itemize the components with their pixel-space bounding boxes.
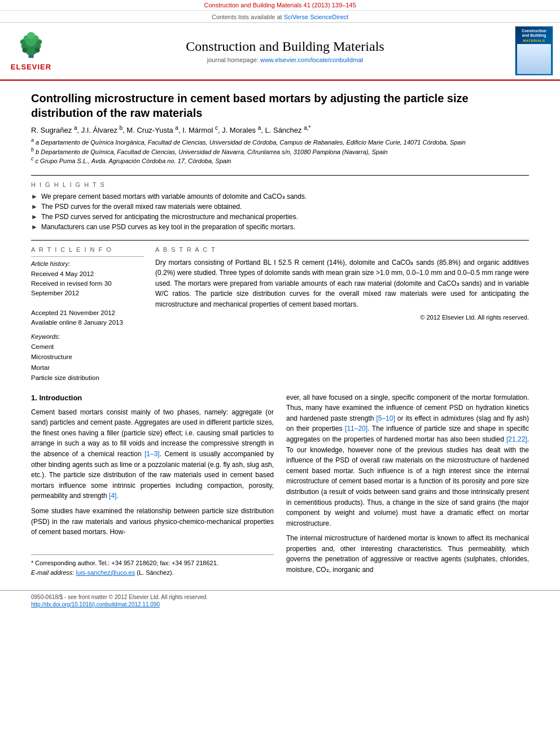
abstract-text: Dry mortars consisting of Portland BL I … xyxy=(155,257,529,310)
info-abstract-cols: A R T I C L E I N F O Article history: R… xyxy=(31,246,529,383)
elsevier-tree-icon xyxy=(14,30,48,62)
abstract-heading: A B S T R A C T xyxy=(155,246,529,253)
svg-point-11 xyxy=(34,47,40,53)
article-info-heading: A R T I C L E I N F O xyxy=(31,246,144,253)
arrow-icon-4: ► xyxy=(31,223,38,231)
arrow-icon-1: ► xyxy=(31,193,38,200)
intro-section-title: 1. Introduction xyxy=(31,392,274,404)
highlight-4: ► Manufacturers can use PSD curves as ke… xyxy=(31,223,529,231)
cover-subtitle: MATERIALS xyxy=(523,39,545,42)
keyword-1: Cement xyxy=(31,342,144,352)
contents-line: Contents lists available at SciVerse Sci… xyxy=(0,11,560,22)
journal-banner: ELSEVIER Construction and Building Mater… xyxy=(0,22,560,80)
main-content: Controlling microstructure in cement bas… xyxy=(0,81,560,590)
copyright-line: © 2012 Elsevier Ltd. All rights reserved… xyxy=(155,314,529,321)
body-cols: 1. Introduction Cement based mortars con… xyxy=(31,392,529,580)
keywords-heading: Keywords: xyxy=(31,333,144,340)
keywords-section: Keywords: Cement Microstructure Mortar P… xyxy=(31,333,144,383)
authors: R. Sugrañez a, J.I. Álvarez b, M. Cruz-Y… xyxy=(31,126,529,134)
abstract-col: A B S T R A C T Dry mortars consisting o… xyxy=(155,246,529,383)
affiliations: a a Departamento de Química Inorgánica, … xyxy=(31,138,529,166)
svg-point-10 xyxy=(22,47,27,53)
highlight-3: ► The PSD curves served for anticipating… xyxy=(31,213,529,221)
history-label: Article history: xyxy=(31,260,144,267)
ref-link-11-20[interactable]: [11–20] xyxy=(345,425,368,433)
article-title: Controlling microstructure in cement bas… xyxy=(31,91,529,120)
intro-right-para-2: The internal microstructure of hardened … xyxy=(286,533,529,575)
journal-center: Construction and Building Materials jour… xyxy=(56,39,514,63)
page-footer: 0950-0618/$ - see front matter © 2012 El… xyxy=(0,590,560,611)
homepage-url[interactable]: www.elsevier.com/locate/conbuildmat xyxy=(260,56,363,63)
keyword-2: Microstructure xyxy=(31,352,144,362)
journal-header: Contents lists available at SciVerse Sci… xyxy=(0,11,560,81)
received-text: Received 4 May 2012 Received in revised … xyxy=(31,269,144,328)
footer-copyright: 0950-0618/$ - see front matter © 2012 El… xyxy=(31,594,529,600)
intro-para-2: Some studies have examined the relations… xyxy=(31,506,274,538)
divider-info xyxy=(31,240,529,241)
sciverse-link[interactable]: SciVerse ScienceDirect xyxy=(284,14,348,20)
body-col-right: ever, all have focused on a single, spec… xyxy=(286,392,529,580)
svg-point-7 xyxy=(27,32,36,40)
journal-cover: Constructionand Building MATERIALS xyxy=(514,26,554,76)
cover-title: Constructionand Building xyxy=(522,29,546,38)
highlights-heading: H I G H L I G H T S xyxy=(31,181,529,188)
citation-text: Construction and Building Materials 41 (… xyxy=(204,2,356,8)
citation-bar: Construction and Building Materials 41 (… xyxy=(0,0,560,11)
svg-point-8 xyxy=(20,40,25,45)
homepage-label: journal homepage: xyxy=(207,56,259,63)
intro-right-para-1: ever, all have focused on a single, spec… xyxy=(286,392,529,529)
svg-point-9 xyxy=(37,40,42,45)
journal-name: Construction and Building Materials xyxy=(56,39,514,54)
cover-image xyxy=(517,44,551,74)
keyword-4: Particle size distribution xyxy=(31,373,144,383)
ref-link-21-22[interactable]: [21,22] xyxy=(506,435,527,443)
doi-link[interactable]: http://dx.doi.org/10.1016/j.conbuildmat.… xyxy=(31,601,160,608)
highlights-section: H I G H L I G H T S ► We prepare cement … xyxy=(31,181,529,231)
elsevier-label: ELSEVIER xyxy=(11,63,51,71)
body-col-left: 1. Introduction Cement based mortars con… xyxy=(31,392,274,580)
contents-label: Contents lists available at xyxy=(212,14,282,20)
divider-highlights xyxy=(31,175,529,176)
journal-homepage: journal homepage: www.elsevier.com/locat… xyxy=(56,56,514,63)
info-divider xyxy=(31,256,144,257)
page: Construction and Building Materials 41 (… xyxy=(0,0,560,747)
ref-link-1-3[interactable]: [1–3] xyxy=(145,450,160,458)
arrow-icon-3: ► xyxy=(31,213,38,221)
highlight-2: ► The PSD curves for the overall mixed r… xyxy=(31,203,529,211)
footnote-section: * Corresponding author. Tel.: +34 957 21… xyxy=(31,554,274,578)
elsevier-logo: ELSEVIER xyxy=(6,30,56,71)
intro-para-1: Cement based mortars consist mainly of t… xyxy=(31,407,274,501)
arrow-icon-2: ► xyxy=(31,203,38,211)
corresponding-note: * Corresponding author. Tel.: +34 957 21… xyxy=(31,558,274,568)
email-note: E-mail address: luis-sanchez@uco.es (L. … xyxy=(31,568,274,578)
ref-link-4[interactable]: [4] xyxy=(109,492,116,500)
ref-link-5-10[interactable]: [5–10] xyxy=(376,414,395,422)
footer-doi: http://dx.doi.org/10.1016/j.conbuildmat.… xyxy=(31,601,529,608)
email-link[interactable]: luis-sanchez@uco.es xyxy=(76,569,135,576)
cover-box: Constructionand Building MATERIALS xyxy=(515,26,553,76)
keyword-3: Mortar xyxy=(31,362,144,373)
article-info-col: A R T I C L E I N F O Article history: R… xyxy=(31,246,144,383)
highlight-1: ► We prepare cement based mortars with v… xyxy=(31,193,529,200)
